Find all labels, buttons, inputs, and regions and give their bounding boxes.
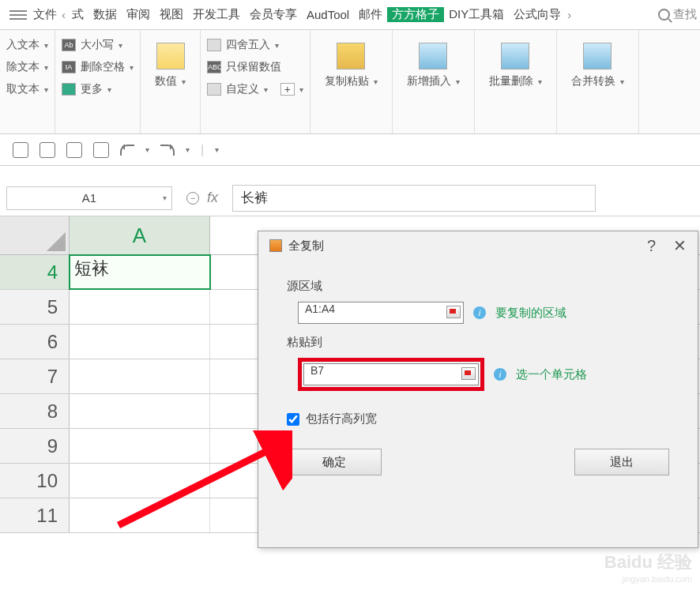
save-icon[interactable]: [13, 142, 28, 158]
cell-A7[interactable]: [70, 359, 210, 393]
file-menu[interactable]: 文件: [33, 7, 57, 22]
qat-more[interactable]: ▾: [215, 145, 219, 154]
ribbon-group-merge: 合并转换▾: [557, 30, 639, 133]
copy-paste-button[interactable]: 复制粘贴▾: [317, 38, 386, 93]
source-input[interactable]: A1:A4: [298, 302, 464, 324]
cell-A6[interactable]: [70, 325, 210, 359]
range-picker-icon[interactable]: [446, 306, 461, 318]
tab-6[interactable]: AudTool: [302, 8, 354, 21]
cell-A10[interactable]: [70, 464, 210, 498]
cell-A11[interactable]: [70, 498, 210, 532]
select-all-corner[interactable]: [0, 216, 70, 254]
formula-bar: A1 ▾ − fx: [0, 180, 700, 216]
ribbon-group-number: 数值▾: [141, 30, 201, 133]
redo-icon[interactable]: [160, 145, 175, 156]
cancel-button[interactable]: 退出: [574, 449, 669, 475]
ia-icon: IA: [62, 61, 76, 73]
info-icon-2[interactable]: i: [494, 368, 506, 381]
search-box[interactable]: 查找: [658, 7, 697, 22]
row-header-10[interactable]: 10: [0, 464, 70, 498]
qat-icon-2[interactable]: [40, 142, 55, 158]
source-value: A1:A4: [305, 303, 335, 315]
ribbon-group-paste: 复制粘贴▾: [310, 30, 393, 133]
cell-A4[interactable]: 短袜: [70, 255, 210, 289]
tab-10[interactable]: 公式向导: [509, 7, 566, 22]
cell-A8[interactable]: [70, 394, 210, 428]
dialog-titlebar[interactable]: 全复制 ? ✕: [258, 231, 698, 260]
tab-5[interactable]: 会员专享: [245, 7, 302, 22]
separator: |: [201, 143, 204, 157]
tab-1[interactable]: 数据: [88, 7, 122, 22]
row-header-5[interactable]: 5: [0, 290, 70, 324]
row-header-4[interactable]: 4: [0, 255, 70, 289]
ribbon: 入文本▾ 除文本▾ 取文本▾ Ab大小写▾ IA删除空格▾ 更多▾ 数值▾ 四舍…: [0, 30, 700, 134]
dialog-app-icon: [269, 239, 282, 252]
full-copy-dialog: 全复制 ? ✕ 源区域 A1:A4 i 要复制的区域 粘贴到 B7 i 选一个单…: [258, 231, 698, 548]
print-icon[interactable]: [66, 142, 82, 158]
column-header-A[interactable]: A: [70, 216, 210, 254]
name-box-dropdown[interactable]: ▾: [163, 194, 167, 202]
row-header-6[interactable]: 6: [0, 325, 70, 359]
tab-3[interactable]: 视图: [155, 7, 188, 22]
dialog-title: 全复制: [288, 239, 324, 254]
dest-input[interactable]: B7: [303, 363, 479, 385]
source-hint: 要复制的区域: [495, 306, 566, 321]
cell-A5[interactable]: [70, 290, 210, 324]
round-button[interactable]: 四舍五入▾: [207, 38, 303, 52]
plus-icon[interactable]: +: [280, 83, 295, 96]
merge-icon: [583, 43, 612, 70]
number-button[interactable]: 数值▾: [147, 38, 194, 93]
delete-space-button[interactable]: IA删除空格▾: [62, 60, 134, 74]
close-button[interactable]: ✕: [673, 236, 687, 255]
row-header-11[interactable]: 11: [0, 498, 70, 532]
tab-2[interactable]: 审阅: [122, 7, 155, 22]
tab-0[interactable]: 式: [67, 7, 88, 22]
ribbon-group-case: Ab大小写▾ IA删除空格▾ 更多▾: [55, 30, 141, 133]
row-header-9[interactable]: 9: [0, 429, 70, 463]
case-button[interactable]: Ab大小写▾: [62, 38, 134, 52]
name-box-value: A1: [82, 191, 96, 205]
row-header-7[interactable]: 7: [0, 359, 70, 393]
tab-4[interactable]: 开发工具: [188, 7, 245, 22]
merge-convert-button[interactable]: 合并转换▾: [563, 38, 632, 93]
cell-A9[interactable]: [70, 429, 210, 463]
chevron-left-icon[interactable]: ‹: [60, 8, 67, 21]
insert-text-button[interactable]: 入文本▾: [6, 38, 48, 52]
dialog-body: 源区域 A1:A4 i 要复制的区域 粘贴到 B7 i 选一个单元格 包括行高列…: [258, 260, 698, 483]
row-header-8[interactable]: 8: [0, 394, 70, 428]
tab-fangfang[interactable]: 方方格子: [387, 7, 444, 22]
extract-text-button[interactable]: 取文本▾: [6, 82, 48, 96]
formula-input[interactable]: [232, 185, 596, 212]
preview-icon[interactable]: [93, 142, 109, 158]
dest-hint: 选一个单元格: [516, 367, 587, 382]
fx-label[interactable]: fx: [207, 190, 218, 206]
custom-button[interactable]: 自定义▾ +▾: [207, 82, 303, 96]
clipboard-icon: [337, 43, 365, 70]
search-icon: [658, 9, 670, 21]
add-insert-button[interactable]: 新增插入▾: [399, 38, 468, 93]
watermark: Baidu 经验 jingyan.baidu.com: [604, 551, 692, 584]
undo-icon[interactable]: [120, 145, 134, 156]
tab-7[interactable]: 邮件: [354, 7, 387, 22]
info-icon[interactable]: i: [473, 306, 486, 319]
help-button[interactable]: ?: [647, 237, 656, 255]
delete-text-button[interactable]: 除文本▾: [6, 60, 48, 74]
tab-9[interactable]: DIY工具箱: [444, 7, 509, 22]
keep-value-button[interactable]: ABC只保留数值: [207, 60, 303, 74]
search-label: 查找: [673, 7, 697, 22]
more-button[interactable]: 更多▾: [62, 82, 134, 96]
number-icon: [156, 43, 185, 70]
ok-button[interactable]: 确定: [287, 449, 382, 475]
chevron-right-icon[interactable]: ›: [566, 8, 573, 21]
batch-delete-button[interactable]: 批量删除▾: [481, 38, 550, 93]
cancel-icon[interactable]: −: [186, 192, 199, 205]
include-rowcol-checkbox[interactable]: [287, 413, 299, 426]
ribbon-group-text: 入文本▾ 除文本▾ 取文本▾: [0, 30, 55, 133]
hamburger-icon[interactable]: [9, 10, 27, 20]
watermark-sub: jingyan.baidu.com: [604, 574, 692, 584]
range-picker-icon-2[interactable]: [461, 367, 476, 380]
source-label: 源区域: [287, 279, 674, 294]
name-box[interactable]: A1 ▾: [6, 186, 172, 210]
dialog-buttons: 确定 退出: [287, 449, 669, 475]
abc-icon: ABC: [207, 61, 221, 73]
